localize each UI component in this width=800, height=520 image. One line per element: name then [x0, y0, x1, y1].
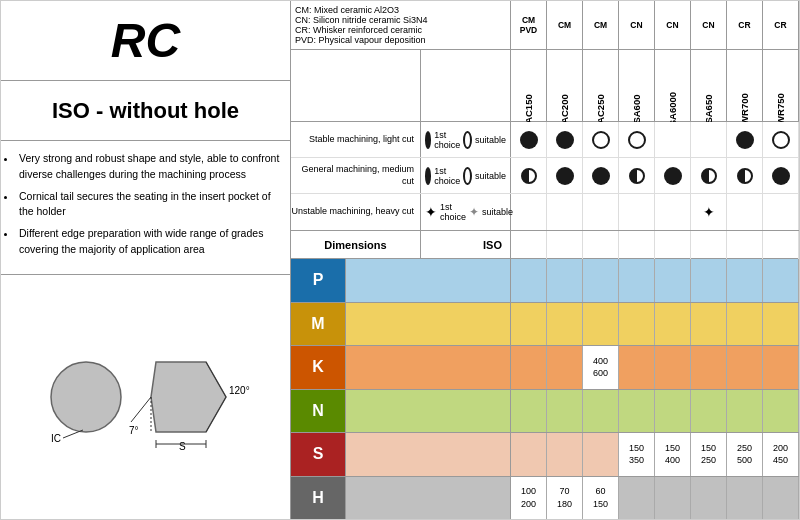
grade-cell-M-3 — [619, 303, 655, 346]
grade-cell-S-3: 150 350 — [619, 433, 655, 476]
svg-line-7 — [63, 430, 83, 438]
dim-cell-2 — [583, 231, 619, 259]
half-circle-icon — [701, 168, 717, 184]
iso-title: ISO - without hole — [52, 98, 239, 124]
outline-circle-icon — [463, 167, 472, 185]
grade-cell-S-7: 200 450 — [763, 433, 799, 476]
rc-title: RC — [111, 13, 180, 68]
grade-cell-M-1 — [547, 303, 583, 346]
half-circle-icon — [737, 168, 753, 184]
grade-cell-M-2 — [583, 303, 619, 346]
filled-circle-icon — [664, 167, 682, 185]
machining-label-2: Unstable machining, heavy cut — [291, 194, 421, 230]
grade-cell-S-4: 150 400 — [655, 433, 691, 476]
machining-row-0: Stable machining, light cut1st choicesui… — [291, 122, 799, 158]
col-header-NSA6000: NSA6000 — [667, 92, 678, 122]
grade-cell-H-4 — [655, 477, 691, 520]
machine-cell-1-1 — [547, 158, 583, 193]
machine-cell-1-4 — [655, 158, 691, 193]
filled-circle-icon — [556, 167, 574, 185]
grade-cell-H-7 — [763, 477, 799, 520]
grade-cell-K-3 — [619, 346, 655, 389]
grade-cell-K-5 — [691, 346, 727, 389]
machine-cell-2-2 — [583, 194, 619, 230]
diagram-area: 120° 7° IC S — [1, 275, 290, 520]
machine-cell-0-7 — [763, 122, 799, 157]
bullet-item: Cornical tail secures the seating in the… — [17, 189, 282, 221]
grade-spacer-S — [346, 433, 511, 476]
grade-cell-N-5 — [691, 390, 727, 433]
grade-cell-K-0 — [511, 346, 547, 389]
grade-cell-N-6 — [727, 390, 763, 433]
bullet-item: Very strong and robust shape and style, … — [17, 151, 282, 183]
choice-label-2: 1st choice — [440, 202, 466, 222]
grade-cell-P-2 — [583, 259, 619, 302]
bullet-list: Very strong and robust shape and style, … — [17, 151, 282, 258]
machine-cell-0-0 — [511, 122, 547, 157]
col-group-4: CN — [655, 1, 691, 49]
dim-cell-4 — [655, 231, 691, 259]
grade-row-K: K400 600 — [291, 346, 799, 390]
col-header-NAC150: NAC150 — [523, 94, 534, 122]
col-group-1: CM — [547, 1, 583, 49]
grade-cell-N-7 — [763, 390, 799, 433]
machine-cell-1-7 — [763, 158, 799, 193]
dim-cell-5 — [691, 231, 727, 259]
grade-cell-H-1: 70 180 — [547, 477, 583, 520]
grade-cell-P-5 — [691, 259, 727, 302]
dim-cell-1 — [547, 231, 583, 259]
choice-area-0: 1st choicesuitable — [421, 122, 511, 157]
dim-cell-0 — [511, 231, 547, 259]
col-header-NSA650: NSA650 — [703, 95, 714, 122]
grade-spacer-K — [346, 346, 511, 389]
choice-star-icon: ✦ — [425, 204, 437, 220]
grade-cell-P-0 — [511, 259, 547, 302]
svg-marker-1 — [151, 362, 226, 432]
col-group-6: CR — [727, 1, 763, 49]
grade-row-P: P — [291, 259, 799, 303]
col-header-NWR700: NWR700 — [739, 93, 750, 122]
machine-cell-0-1 — [547, 122, 583, 157]
machining-row-2: Unstable machining, heavy cut✦1st choice… — [291, 194, 799, 230]
filled-circle-icon — [425, 131, 431, 149]
grade-row-H: H100 20070 18060 150 — [291, 477, 799, 520]
grade-cell-K-6 — [727, 346, 763, 389]
outline-circle-icon — [463, 131, 472, 149]
dim-cell-6 — [727, 231, 763, 259]
machine-cell-1-2 — [583, 158, 619, 193]
grade-label-K: K — [291, 346, 346, 389]
filled-circle-icon — [556, 131, 574, 149]
svg-text:S: S — [179, 441, 186, 452]
svg-point-0 — [51, 362, 121, 432]
grade-cell-N-2 — [583, 390, 619, 433]
choice-area-2: ✦1st choice✦suitable — [421, 194, 511, 230]
grade-label-P: P — [291, 259, 346, 302]
machining-label-1: General machining, medium cut — [291, 158, 421, 193]
suitable-label-1: suitable — [475, 171, 506, 181]
grade-row-N: N — [291, 390, 799, 434]
col-group-3: CN — [619, 1, 655, 49]
legend-cn: CN: Silicon nitride ceramic Si3N4 — [295, 15, 506, 25]
grade-cell-K-7 — [763, 346, 799, 389]
choice-area-1: 1st choicesuitable — [421, 158, 511, 193]
grade-label-M: M — [291, 303, 346, 346]
machine-cell-1-0 — [511, 158, 547, 193]
machine-cell-2-1 — [547, 194, 583, 230]
machine-cell-0-5 — [691, 122, 727, 157]
svg-text:7°: 7° — [129, 425, 139, 436]
svg-line-3 — [131, 397, 151, 422]
grade-cell-H-5 — [691, 477, 727, 520]
grade-spacer-H — [346, 477, 511, 520]
grade-cell-H-0: 100 200 — [511, 477, 547, 520]
grade-cell-H-3 — [619, 477, 655, 520]
grade-cell-P-7 — [763, 259, 799, 302]
grade-label-H: H — [291, 477, 346, 520]
grade-cell-H-2: 60 150 — [583, 477, 619, 520]
machine-cell-2-5: ✦ — [691, 194, 727, 230]
machine-cell-0-4 — [655, 122, 691, 157]
outline-circle-icon — [628, 131, 646, 149]
grade-spacer-N — [346, 390, 511, 433]
grade-cell-M-0 — [511, 303, 547, 346]
grade-cell-K-4 — [655, 346, 691, 389]
grade-cell-S-1 — [547, 433, 583, 476]
